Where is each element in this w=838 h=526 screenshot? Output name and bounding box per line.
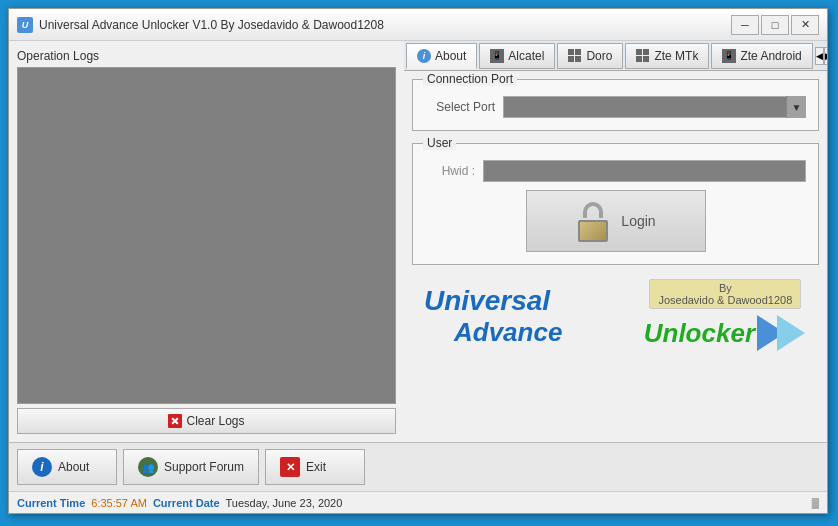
main-window: U Universal Advance Unlocker V1.0 By Jos…	[8, 8, 828, 514]
about-btn-label: About	[58, 460, 89, 474]
exit-btn-label: Exit	[306, 460, 326, 474]
exit-button[interactable]: ✕ Exit	[265, 449, 365, 485]
about-button[interactable]: i About	[17, 449, 117, 485]
brand-text-block: Universal Advance	[424, 285, 562, 348]
date-label: Current Date	[153, 497, 220, 509]
arrow-icon-2	[777, 315, 805, 351]
brand-by: By	[719, 282, 732, 294]
brand-advance: Advance	[454, 317, 562, 347]
user-group-title: User	[423, 136, 456, 150]
phone-icon-zte: 📱	[722, 49, 736, 63]
tab-zte-android[interactable]: 📱 Zte Android	[711, 43, 812, 69]
tab-content: Connection Port Select Port ▼	[404, 71, 827, 442]
brand-universal-row: Universal	[424, 285, 562, 317]
app-icon: U	[17, 17, 33, 33]
phone-icon-alcatel: 📱	[490, 49, 504, 63]
clear-logs-label: Clear Logs	[186, 414, 244, 428]
login-label: Login	[621, 213, 655, 229]
tab-zte-mtk-label: Zte MTk	[654, 49, 698, 63]
window-controls: ─ □ ✕	[731, 15, 819, 35]
left-panel: Operation Logs Clear Logs	[9, 41, 404, 442]
exit-icon: ✕	[280, 457, 300, 477]
tab-prev-button[interactable]: ◀	[815, 47, 824, 65]
port-select[interactable]	[503, 96, 806, 118]
about-panel: Connection Port Select Port ▼	[404, 71, 827, 442]
right-panel: i About 📱 Alcatel Doro Zt	[404, 41, 827, 442]
titlebar: U Universal Advance Unlocker V1.0 By Jos…	[9, 9, 827, 41]
select-port-label: Select Port	[425, 100, 495, 114]
time-value: 6:35:57 AM	[91, 497, 147, 509]
bottom-buttons: i About 👥 Support Forum ✕ Exit	[9, 442, 827, 491]
tab-bar: i About 📱 Alcatel Doro Zt	[404, 41, 827, 71]
brand-unlocker: Unlocker	[644, 318, 755, 349]
login-button[interactable]: Login	[526, 190, 706, 252]
clear-icon	[168, 414, 182, 428]
tab-about-label: About	[435, 49, 466, 63]
brand-advance-row: Advance	[424, 317, 562, 348]
tab-next-button[interactable]: ▶	[824, 47, 827, 65]
time-label: Current Time	[17, 497, 85, 509]
info-icon-btn: i	[32, 457, 52, 477]
status-bar: Current Time 6:35:57 AM Current Date Tue…	[9, 491, 827, 513]
connection-port-group: Connection Port Select Port ▼	[412, 79, 819, 131]
brand-universal: Universal	[424, 285, 550, 316]
brand-author-block: By Josedavido & Dawood1208	[649, 279, 801, 309]
branding-area: Universal Advance By Josed	[412, 273, 819, 359]
maximize-button[interactable]: □	[761, 15, 789, 35]
forum-icon: 👥	[138, 457, 158, 477]
tab-doro-label: Doro	[586, 49, 612, 63]
lock-shackle	[583, 202, 603, 218]
grid-icon-doro	[568, 49, 582, 63]
log-label: Operation Logs	[17, 49, 396, 63]
window-title: Universal Advance Unlocker V1.0 By Josed…	[39, 18, 731, 32]
lock-icon	[575, 200, 611, 242]
brand-right-block: By Josedavido & Dawood1208 Unlocker	[644, 279, 807, 353]
forum-btn-label: Support Forum	[164, 460, 244, 474]
tab-alcatel-label: Alcatel	[508, 49, 544, 63]
close-button[interactable]: ✕	[791, 15, 819, 35]
forum-button[interactable]: 👥 Support Forum	[123, 449, 259, 485]
port-row: Select Port ▼	[425, 96, 806, 118]
tab-alcatel[interactable]: 📱 Alcatel	[479, 43, 555, 69]
log-area	[17, 67, 396, 404]
hwid-input[interactable]	[483, 160, 806, 182]
tab-doro[interactable]: Doro	[557, 43, 623, 69]
login-area: Login	[425, 190, 806, 252]
brand-bottom-row: Unlocker	[644, 313, 807, 353]
hwid-label: Hwid :	[425, 164, 475, 178]
connection-port-title: Connection Port	[423, 72, 517, 86]
minimize-button[interactable]: ─	[731, 15, 759, 35]
grid-icon-zte-mtk	[636, 49, 650, 63]
tab-zte-mtk[interactable]: Zte MTk	[625, 43, 709, 69]
brand-author: Josedavido & Dawood1208	[658, 294, 792, 306]
info-icon: i	[417, 49, 431, 63]
user-group: User Hwid : Login	[412, 143, 819, 265]
date-value: Tuesday, June 23, 2020	[226, 497, 343, 509]
status-right: ▓	[812, 497, 819, 508]
clear-logs-button[interactable]: Clear Logs	[17, 408, 396, 434]
lock-body	[578, 220, 608, 242]
brand-by-author: By Josedavido & Dawood1208	[649, 279, 801, 309]
tab-zte-android-label: Zte Android	[740, 49, 801, 63]
tab-about[interactable]: i About	[406, 43, 477, 69]
hwid-row: Hwid :	[425, 160, 806, 182]
main-content: Operation Logs Clear Logs i About 📱 Alca…	[9, 41, 827, 442]
brand-arrow-icon	[755, 313, 807, 353]
port-select-wrapper[interactable]: ▼	[503, 96, 806, 118]
